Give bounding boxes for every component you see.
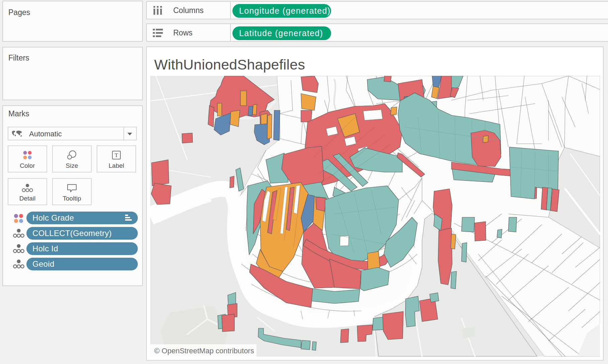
svg-text:T: T [115,152,118,158]
svg-text:© OpenStreetMap contributors: © OpenStreetMap contributors [154,347,254,355]
